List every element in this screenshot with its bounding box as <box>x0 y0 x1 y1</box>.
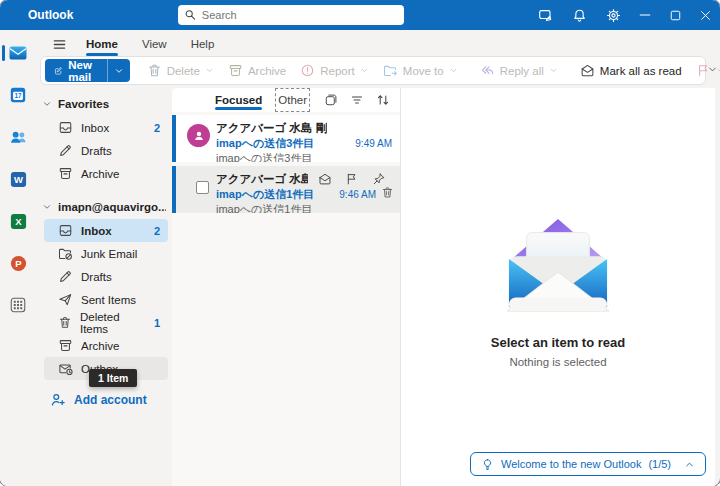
minimize-button[interactable] <box>630 0 660 30</box>
message-row[interactable]: アクアバーゴ 水島 剛 imapへの送信3件目 9:49 AM imapへの送信… <box>172 115 400 162</box>
folder-label: Drafts <box>81 145 112 157</box>
reply-all-button: Reply all <box>473 59 565 82</box>
account-section-header[interactable]: imapn@aquavirgo.... <box>42 197 172 217</box>
mark-all-as-read-button[interactable]: Mark all as read <box>573 59 689 82</box>
hamburger-icon <box>52 37 67 52</box>
message-sender: アクアバーゴ 水島... <box>216 172 308 187</box>
message-checkbox[interactable] <box>196 181 209 194</box>
message-list-header: Focused Other <box>172 88 400 112</box>
welcome-callout-progress: (1/5) <box>648 458 671 470</box>
rail-excel-button[interactable]: X <box>0 206 36 236</box>
favorites-folder-inbox[interactable]: Inbox 2 <box>44 116 168 139</box>
report-label: Report <box>320 65 355 77</box>
tab-other[interactable]: Other <box>278 91 307 109</box>
folder-sent-items[interactable]: Sent Items <box>44 288 168 311</box>
calendar-app-icon: 17 <box>9 86 27 104</box>
flag-icon[interactable] <box>345 172 359 186</box>
ribbon-collapse-button[interactable] <box>707 64 718 75</box>
close-button[interactable] <box>690 0 720 30</box>
open-envelope-illustration <box>499 213 617 317</box>
message-sender: アクアバーゴ 水島 剛 <box>216 121 327 136</box>
new-mail-split-button[interactable] <box>107 59 130 82</box>
chevron-down-icon <box>42 99 52 109</box>
rail-mail-button[interactable] <box>0 38 36 68</box>
folder-junk-email[interactable]: Junk Email <box>44 242 168 265</box>
folder-label: Sent Items <box>81 294 136 306</box>
add-account-button[interactable]: Add account <box>50 392 172 408</box>
chevron-down-icon <box>549 66 558 75</box>
add-account-label: Add account <box>74 393 147 407</box>
close-icon <box>699 9 712 22</box>
rail-more-apps-button[interactable] <box>0 290 36 320</box>
sort-icon[interactable] <box>376 93 390 107</box>
favorites-section-header[interactable]: Favorites <box>42 94 172 114</box>
folder-pane-toggle-button[interactable] <box>44 33 74 55</box>
reply-all-icon <box>480 63 495 78</box>
welcome-callout-label: Welcome to the new Outlook <box>501 458 641 470</box>
excel-app-icon: X <box>9 212 28 231</box>
svg-text:17: 17 <box>14 92 22 99</box>
rail-people-button[interactable] <box>0 122 36 152</box>
settings-icon <box>606 8 621 23</box>
compose-icon <box>54 64 62 78</box>
notifications-button[interactable] <box>562 0 596 30</box>
folder-drafts[interactable]: Drafts <box>44 265 168 288</box>
tab-help[interactable]: Help <box>179 34 227 54</box>
mark-read-icon[interactable] <box>318 172 332 186</box>
archive-icon <box>58 166 73 181</box>
rail-word-button[interactable]: W <box>0 164 36 194</box>
welcome-callout-button[interactable]: Welcome to the new Outlook (1/5) <box>470 452 706 476</box>
search-bar[interactable] <box>178 5 404 25</box>
delete-message-button[interactable] <box>381 186 394 199</box>
account-header-label: imapn@aquavirgo.... <box>58 201 166 213</box>
message-list-pane: Focused Other アクアバーゴ 水島 剛 imapへの送信3件目 9:… <box>172 88 400 486</box>
empty-state: Select an item to read Nothing is select… <box>401 213 715 368</box>
message-row[interactable]: アクアバーゴ 水島... imapへの送信1件目 9:46 AM imapへの送… <box>172 166 400 213</box>
favorites-folder-archive[interactable]: Archive <box>44 162 168 185</box>
empty-state-subtitle: Nothing is selected <box>509 356 606 368</box>
new-mail-main[interactable]: New mail <box>45 59 107 82</box>
tab-home[interactable]: Home <box>74 34 130 54</box>
new-mail-button[interactable]: New mail <box>45 59 130 82</box>
junk-folder-icon <box>58 246 73 261</box>
chevron-down-icon <box>360 66 369 75</box>
sent-icon <box>58 292 73 307</box>
inbox-icon <box>58 120 73 135</box>
maximize-icon <box>669 9 682 22</box>
search-input[interactable] <box>202 9 398 21</box>
pin-icon[interactable] <box>372 172 386 186</box>
minimize-icon <box>638 8 652 22</box>
mark-all-as-read-label: Mark all as read <box>600 65 682 77</box>
rail-calendar-button[interactable]: 17 <box>0 80 36 110</box>
unread-count: 2 <box>154 225 160 237</box>
drafts-icon <box>58 143 73 158</box>
select-all-icon[interactable] <box>324 93 338 107</box>
feedback-button[interactable] <box>528 0 562 30</box>
trash-icon <box>147 63 162 78</box>
ribbon-tab-row: Home View Help <box>36 32 720 56</box>
folder-label: Archive <box>81 168 119 180</box>
maximize-button[interactable] <box>660 0 690 30</box>
folder-deleted-items[interactable]: Deleted Items 1 <box>44 311 168 334</box>
mail-app-icon <box>8 43 28 63</box>
person-icon <box>192 129 206 143</box>
tab-view[interactable]: View <box>130 34 179 54</box>
message-subject: imapへの送信1件目 <box>216 187 314 202</box>
folder-inbox[interactable]: Inbox 2 <box>44 219 168 242</box>
rail-powerpoint-button[interactable]: P <box>0 248 36 278</box>
delete-button: Delete <box>140 59 221 82</box>
filter-icon[interactable] <box>350 93 364 107</box>
ribbon-toolbar: New mail Delete Archive Report Move to <box>40 56 706 85</box>
folder-archive[interactable]: Archive <box>44 334 168 357</box>
move-to-button: Move to <box>376 59 465 82</box>
favorites-folder-drafts[interactable]: Drafts <box>44 139 168 162</box>
chevron-down-icon <box>114 66 124 76</box>
archive-icon <box>228 63 243 78</box>
message-time: 9:49 AM <box>355 138 392 149</box>
message-preview: imapへの送信1件目 <box>216 202 392 213</box>
settings-button[interactable] <box>596 0 630 30</box>
tab-focused[interactable]: Focused <box>215 91 262 109</box>
app-rail: 17 W X P <box>0 30 36 486</box>
outbox-icon <box>58 361 73 376</box>
archive-label: Archive <box>248 65 286 77</box>
